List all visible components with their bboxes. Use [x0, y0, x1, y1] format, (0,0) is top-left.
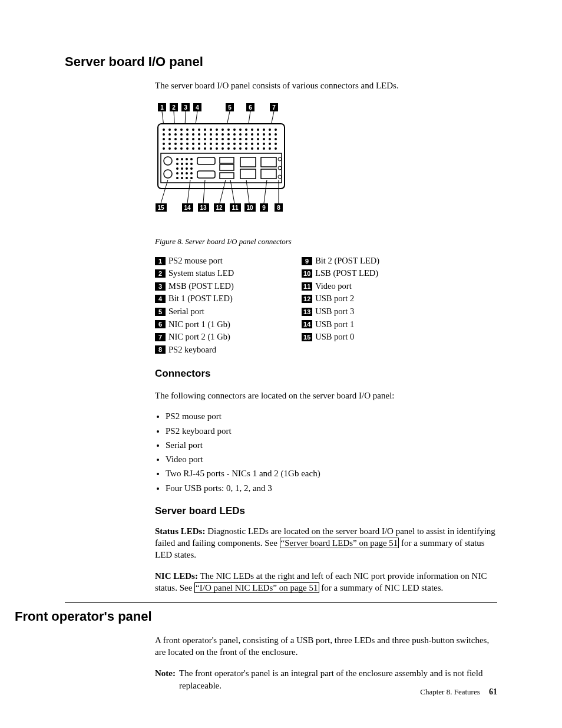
figure-io-panel: 1 2 3 4 5 6 7	[155, 103, 497, 233]
svg-point-38	[257, 129, 259, 131]
legend-item: 12USB port 2	[302, 293, 379, 305]
svg-point-46	[181, 158, 183, 160]
list-item: Video port	[166, 453, 497, 465]
footer-page-number: 61	[489, 687, 497, 696]
svg-text:7: 7	[272, 104, 276, 111]
svg-point-47	[186, 158, 188, 160]
list-item: Serial port	[166, 439, 497, 451]
callout-number: 12	[302, 295, 312, 303]
svg-point-54	[181, 167, 183, 170]
legend-item: 1PS2 mouse port	[155, 255, 234, 267]
svg-point-48	[190, 158, 193, 160]
svg-point-32	[222, 129, 224, 131]
status-leds-paragraph: Status LEDs: Diagnostic LEDs are located…	[155, 525, 497, 561]
list-item: Two RJ-45 ports - NICs 1 and 2 (1Gb each…	[166, 467, 497, 479]
legend-item: 7NIC port 2 (1 Gb)	[155, 331, 234, 343]
svg-point-23	[168, 129, 171, 131]
connectors-intro: The following connectors are located on …	[155, 390, 497, 401]
svg-point-61	[176, 177, 178, 179]
svg-text:8: 8	[277, 205, 280, 211]
heading-connectors: Connectors	[155, 367, 497, 381]
io-panel-diagram: 1 2 3 4 5 6 7	[155, 103, 302, 230]
legend-right-col: 9Bit 2 (POST LED)10LSB (POST LED)11Video…	[302, 255, 379, 357]
nic-leds-label: NIC LEDs:	[155, 571, 198, 581]
list-item: PS2 mouse port	[166, 410, 497, 422]
callout-number: 10	[302, 269, 312, 278]
svg-point-25	[180, 129, 183, 131]
svg-point-49	[176, 163, 178, 165]
footer-chapter: Chapter 8. Features	[420, 687, 480, 696]
svg-point-28	[198, 129, 200, 131]
callout-number: 6	[155, 320, 166, 328]
legend-left-col: 1PS2 mouse port2System status LED3MSB (P…	[155, 255, 234, 357]
legend-item: 9Bit 2 (POST LED)	[302, 255, 379, 267]
legend-label: Bit 1 (POST LED)	[168, 293, 233, 305]
link-server-board-leds[interactable]: “Server board LEDs” on page 51	[280, 538, 399, 548]
legend-label: MSB (POST LED)	[168, 281, 234, 292]
svg-point-31	[216, 129, 218, 131]
svg-point-59	[186, 172, 188, 174]
svg-point-22	[163, 129, 165, 131]
svg-point-39	[263, 129, 265, 131]
legend-label: LSB (POST LED)	[315, 268, 378, 279]
svg-point-53	[176, 167, 178, 170]
callout-number: 9	[302, 257, 312, 265]
svg-text:10: 10	[246, 205, 253, 211]
svg-point-56	[190, 167, 193, 170]
svg-point-50	[181, 163, 183, 165]
legend-label: System status LED	[168, 268, 234, 279]
legend-label: Serial port	[168, 306, 204, 318]
note-label: Note:	[155, 667, 176, 691]
legend-item: 14USB port 1	[302, 319, 379, 331]
svg-point-45	[176, 158, 178, 160]
svg-text:5: 5	[228, 104, 232, 111]
callout-number: 1	[155, 257, 166, 265]
legend-item: 13USB port 3	[302, 306, 379, 318]
legend-label: Video port	[315, 281, 352, 292]
figure-caption: Figure 8. Server board I/O panel connect…	[155, 236, 497, 247]
callout-number: 15	[302, 333, 312, 341]
legend-label: USB port 3	[315, 306, 354, 318]
legend-label: USB port 1	[315, 319, 354, 331]
legend-item: 5Serial port	[155, 306, 234, 318]
intro-paragraph: The server board I/O panel consists of v…	[155, 80, 497, 91]
callout-number: 5	[155, 308, 166, 316]
svg-point-58	[181, 172, 183, 174]
status-leds-label: Status LEDs:	[155, 526, 205, 536]
list-item: PS2 keyboard port	[166, 425, 497, 437]
svg-text:14: 14	[184, 205, 191, 211]
legend-label: NIC port 1 (1 Gb)	[168, 319, 230, 331]
callout-number: 7	[155, 333, 166, 341]
svg-point-41	[275, 129, 277, 131]
svg-text:1: 1	[160, 104, 164, 111]
callout-number: 3	[155, 282, 166, 291]
fop-paragraph: A front operator's panel, consisting of …	[155, 634, 497, 658]
legend-label: Bit 2 (POST LED)	[315, 255, 379, 267]
legend-label: USB port 2	[315, 293, 354, 305]
legend-label: NIC port 2 (1 Gb)	[168, 331, 230, 343]
connectors-list: PS2 mouse portPS2 keyboard portSerial po…	[155, 410, 497, 494]
callout-number: 14	[302, 320, 312, 328]
svg-point-30	[210, 129, 212, 131]
svg-point-36	[245, 129, 247, 131]
link-io-panel-nic-leds[interactable]: “I/O panel NIC LEDs” on page 51	[194, 582, 319, 593]
svg-point-57	[176, 172, 178, 174]
legend-item: 6NIC port 1 (1 Gb)	[155, 319, 234, 331]
legend-columns: 1PS2 mouse port2System status LED3MSB (P…	[155, 255, 497, 357]
svg-text:4: 4	[196, 104, 199, 111]
legend-item: 8PS2 keyboard	[155, 344, 234, 356]
legend-item: 11Video port	[302, 281, 379, 292]
legend-item: 15USB port 0	[302, 331, 379, 343]
legend-item: 3MSB (POST LED)	[155, 281, 234, 292]
svg-text:6: 6	[249, 104, 252, 111]
svg-point-24	[174, 129, 177, 131]
callout-number: 13	[302, 308, 312, 316]
svg-text:3: 3	[184, 104, 187, 111]
svg-point-29	[204, 129, 206, 131]
legend-item: 10LSB (POST LED)	[302, 268, 379, 279]
svg-text:11: 11	[232, 205, 239, 211]
svg-point-37	[251, 129, 253, 131]
svg-point-27	[192, 129, 194, 131]
svg-point-63	[186, 177, 188, 179]
svg-point-34	[233, 129, 236, 131]
